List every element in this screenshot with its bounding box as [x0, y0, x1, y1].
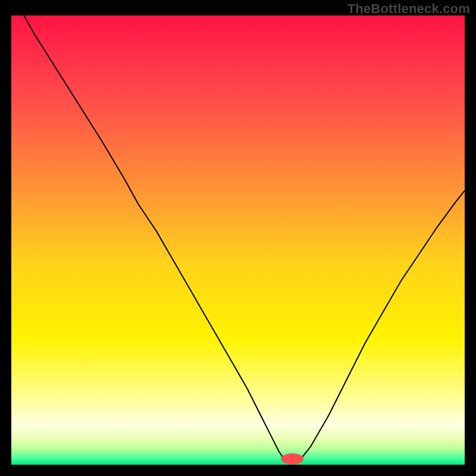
plot-area [11, 15, 465, 465]
bottleneck-chart [11, 15, 465, 465]
optimal-point-marker [281, 453, 303, 464]
watermark-text: TheBottleneck.com [347, 1, 470, 17]
chart-frame: TheBottleneck.com [0, 0, 476, 476]
gradient-background [11, 15, 465, 465]
